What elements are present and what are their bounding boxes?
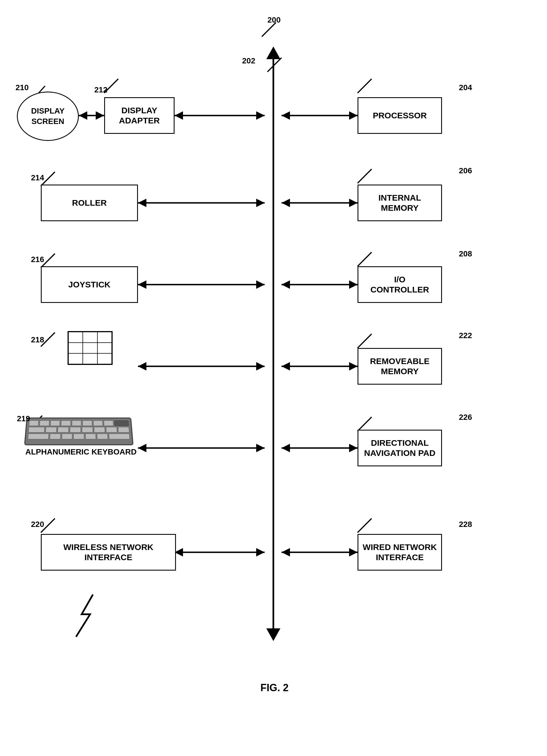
svg-line-46 [357, 79, 372, 93]
wired-network-box: WIRED NETWORKINTERFACE [357, 534, 442, 571]
key-row-2 [28, 427, 130, 433]
svg-marker-16 [281, 199, 290, 207]
ref-218: 218 [31, 335, 44, 344]
svg-marker-23 [349, 280, 357, 289]
numeric-keyboard-container: NUMERICKEYBOARD [68, 331, 113, 351]
svg-marker-34 [281, 444, 290, 452]
io-controller-label: I/OCONTROLLER [370, 274, 429, 295]
svg-marker-1 [266, 46, 280, 59]
svg-marker-29 [349, 362, 357, 371]
key-5 [83, 343, 97, 353]
key-cell [40, 420, 50, 426]
svg-marker-25 [138, 362, 146, 371]
alphanumeric-keyboard-container: ALPHANUMERIC KEYBOARD [25, 417, 137, 456]
key-6 [97, 343, 112, 353]
key-cell [97, 434, 108, 439]
internal-memory-box: INTERNALMEMORY [357, 185, 442, 221]
diagram-container: 200 202 DISPLAYSCREEN 210 DISPLAYADAPTER… [0, 0, 547, 719]
ref-206: 206 [459, 166, 472, 175]
fig-label: FIG. 2 [225, 682, 324, 694]
display-screen-box: DISPLAYSCREEN [17, 92, 79, 141]
ref-208: 208 [459, 249, 472, 258]
svg-marker-10 [79, 111, 87, 120]
svg-marker-41 [349, 548, 357, 557]
key-cell [50, 434, 61, 439]
processor-box: PROCESSOR [357, 97, 442, 134]
directional-nav-label: DIRECTIONALNAVIGATION PAD [364, 438, 435, 458]
svg-line-48 [357, 169, 372, 183]
ref-210: 210 [15, 83, 29, 92]
ref-200: 200 [268, 15, 281, 25]
svg-marker-14 [256, 199, 265, 207]
ref-222: 222 [459, 331, 472, 340]
wired-network-label: WIRED NETWORKINTERFACE [362, 542, 437, 562]
removeable-memory-box: REMOVEABLEMEMORY [357, 348, 442, 385]
ref-202: 202 [242, 56, 255, 65]
key-cell [82, 427, 93, 433]
joystick-label: JOYSTICK [68, 280, 110, 290]
key-cell [106, 427, 117, 433]
ref-216: 216 [31, 255, 44, 264]
key-cell [58, 427, 69, 433]
key-cell [62, 434, 72, 439]
key-cell [104, 420, 114, 426]
wireless-network-box: WIRELESS NETWORKINTERFACE [41, 534, 176, 571]
svg-marker-7 [281, 111, 290, 120]
key-cell [93, 420, 103, 426]
svg-marker-5 [256, 111, 265, 120]
roller-box: ROLLER [41, 185, 138, 221]
key-cell [28, 427, 45, 433]
svg-line-54 [357, 417, 372, 431]
svg-marker-17 [349, 199, 357, 207]
svg-marker-26 [256, 362, 265, 371]
ref-228: 228 [459, 520, 472, 529]
ref-219: 219 [17, 414, 30, 423]
svg-marker-22 [281, 280, 290, 289]
key-row-1 [29, 420, 129, 426]
key-9 [97, 353, 112, 364]
svg-marker-28 [281, 362, 290, 371]
key-1 [68, 332, 83, 343]
key-cell [114, 420, 129, 426]
key-row-3 [28, 434, 130, 439]
key-4 [68, 343, 83, 353]
svg-marker-20 [256, 280, 265, 289]
processor-label: PROCESSOR [373, 110, 427, 121]
svg-marker-4 [175, 111, 183, 120]
svg-marker-38 [256, 548, 265, 557]
key-cell [70, 427, 81, 433]
removeable-memory-label: REMOVEABLEMEMORY [370, 356, 430, 376]
ref-214: 214 [31, 173, 44, 182]
svg-line-42 [262, 23, 276, 37]
key-cell [72, 420, 81, 426]
ref-226: 226 [459, 413, 472, 422]
key-cell [50, 420, 60, 426]
key-cell [28, 434, 49, 439]
key-cell [29, 420, 39, 426]
svg-line-43 [268, 58, 281, 72]
key-cell [109, 434, 130, 439]
svg-marker-31 [138, 444, 146, 452]
svg-marker-32 [256, 444, 265, 452]
ref-220: 220 [31, 520, 44, 529]
key-cell [94, 427, 105, 433]
svg-marker-40 [281, 548, 290, 557]
svg-marker-13 [138, 199, 146, 207]
ref-212: 212 [94, 85, 108, 94]
directional-nav-box: DIRECTIONALNAVIGATION PAD [357, 430, 442, 466]
io-controller-box: I/OCONTROLLER [357, 266, 442, 303]
roller-label: ROLLER [72, 198, 107, 208]
key-cell [61, 420, 71, 426]
svg-marker-8 [349, 111, 357, 120]
svg-marker-11 [96, 111, 104, 120]
display-screen-label: DISPLAYSCREEN [31, 106, 65, 127]
svg-line-56 [357, 518, 372, 533]
svg-marker-19 [138, 280, 146, 289]
key-8 [83, 353, 97, 364]
joystick-box: JOYSTICK [41, 266, 138, 303]
key-3 [97, 332, 112, 343]
key-cell [118, 427, 129, 433]
svg-marker-2 [266, 628, 280, 641]
ref-204: 204 [459, 83, 472, 92]
alphanumeric-keyboard-label: ALPHANUMERIC KEYBOARD [25, 447, 137, 456]
